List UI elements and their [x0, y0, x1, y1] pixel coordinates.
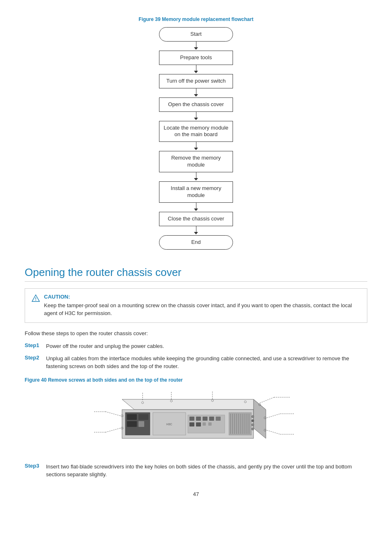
- router-diagram: H3C: [89, 387, 303, 453]
- svg-rect-19: [196, 422, 201, 426]
- svg-point-34: [251, 419, 254, 422]
- svg-rect-20: [203, 422, 206, 426]
- flow-arrow-3: [194, 88, 198, 97]
- intro-text: Follow these steps to open the router ch…: [25, 329, 367, 338]
- caution-content: CAUTION: Keep the tamper-proof seal on a…: [44, 294, 360, 317]
- flow-node-locate: Locate the memory module on the main boa…: [159, 121, 233, 142]
- caution-text: Keep the tamper-proof seal on a mounting…: [44, 301, 360, 317]
- svg-rect-15: [203, 417, 208, 421]
- svg-marker-2: [122, 399, 266, 410]
- flow-node-remove: Remove the memory module: [159, 151, 233, 172]
- svg-rect-21: [208, 422, 212, 426]
- flow-node-turnoff: Turn off the power switch: [159, 74, 233, 88]
- svg-line-50: [106, 428, 120, 432]
- figure39-section: Figure 39 Memory module replacement flow…: [25, 16, 367, 250]
- flow-arrow-2: [194, 65, 198, 74]
- svg-line-56: [267, 430, 280, 434]
- flow-node-end: End: [159, 235, 233, 250]
- flow-node-install: Install a new memory module: [159, 181, 233, 203]
- step1-label: Step1: [25, 342, 42, 348]
- page-number: 47: [25, 491, 367, 497]
- svg-line-55: [267, 414, 280, 418]
- section-heading: Opening the router chassis cover: [25, 266, 367, 282]
- figure39-caption: Figure 39 Memory module replacement flow…: [138, 16, 253, 22]
- svg-text:H3C: H3C: [166, 423, 172, 426]
- svg-rect-14: [196, 417, 201, 421]
- step2-content: Unplug all cables from the interface mod…: [46, 355, 367, 371]
- flow-node-open: Open the chassis cover: [159, 97, 233, 112]
- svg-rect-6: [127, 414, 137, 420]
- step1-content: Power off the router and unplug the powe…: [46, 342, 164, 350]
- flow-node-prepare: Prepare tools: [159, 51, 233, 65]
- caution-label: CAUTION:: [44, 294, 360, 300]
- svg-rect-9: [138, 421, 144, 427]
- flow-arrow-7: [194, 203, 198, 212]
- step2-label: Step2: [25, 355, 42, 361]
- steps-container: Step1 Power off the router and unplug th…: [25, 342, 367, 479]
- step3-label: Step3: [25, 463, 42, 469]
- flow-arrow-8: [194, 226, 198, 235]
- svg-rect-8: [138, 414, 148, 420]
- caution-box: ! CAUTION: Keep the tamper-proof seal on…: [25, 288, 367, 323]
- step3-row: Step3 Insert two flat-blade screwdrivers…: [25, 463, 367, 479]
- svg-rect-22: [229, 412, 251, 435]
- svg-marker-4: [254, 399, 266, 438]
- svg-text:!: !: [35, 296, 37, 301]
- svg-point-36: [251, 428, 254, 430]
- flow-arrow-5: [194, 142, 198, 151]
- svg-point-35: [251, 424, 254, 426]
- svg-point-33: [251, 415, 254, 418]
- flow-arrow-6: [194, 172, 198, 181]
- step2-row: Step2 Unplug all cables from the interfa…: [25, 355, 367, 371]
- svg-rect-7: [127, 421, 137, 427]
- svg-rect-17: [216, 417, 221, 421]
- flowchart: Start Prepare tools Turn off the power s…: [159, 27, 233, 250]
- flow-arrow-1: [194, 42, 198, 51]
- flow-node-start: Start: [159, 27, 233, 42]
- flow-arrow-4: [194, 112, 198, 121]
- svg-line-45: [260, 397, 274, 403]
- figure40-container: Figure 40 Remove screws at both sides an…: [25, 377, 367, 453]
- svg-line-49: [106, 412, 120, 416]
- step1-row: Step1 Power off the router and unplug th…: [25, 342, 367, 350]
- flow-node-close: Close the chassis cover: [159, 212, 233, 226]
- svg-rect-18: [189, 422, 194, 426]
- figure40-caption: Figure 40 Remove screws at both sides an…: [25, 377, 183, 383]
- step3-content: Insert two flat-blade screwdrivers into …: [46, 463, 367, 479]
- svg-rect-16: [209, 417, 214, 421]
- caution-icon: !: [32, 294, 40, 302]
- svg-rect-13: [189, 417, 194, 421]
